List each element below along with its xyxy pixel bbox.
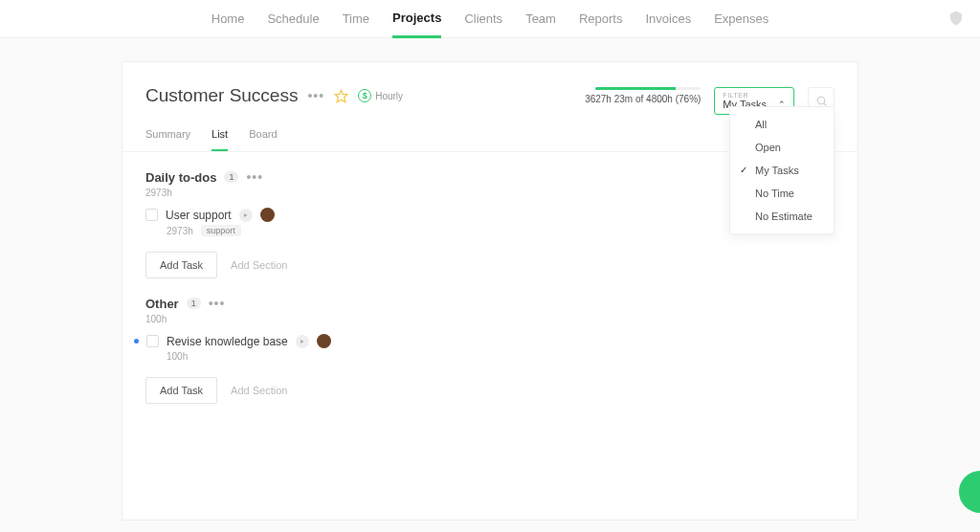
nav-home[interactable]: Home — [212, 1, 245, 36]
svg-marker-4 — [301, 340, 304, 344]
nav-clients[interactable]: Clients — [464, 1, 502, 36]
rate-type: Hourly — [375, 91, 403, 101]
nav-reports[interactable]: Reports — [579, 1, 623, 36]
svg-marker-3 — [244, 213, 248, 217]
add-task-button[interactable]: Add Task — [145, 377, 217, 404]
nav-team[interactable]: Team — [525, 1, 556, 36]
tab-board[interactable]: Board — [249, 128, 277, 151]
tab-list[interactable]: List — [212, 128, 228, 151]
progress-fill — [595, 87, 676, 90]
task-time: 100h — [167, 351, 188, 362]
task-tag: support — [201, 225, 241, 236]
tab-summary[interactable]: Summary — [145, 128, 190, 151]
section-count: 1 — [187, 298, 201, 309]
new-indicator-dot — [134, 339, 139, 344]
section-count: 1 — [224, 171, 238, 183]
nav-projects[interactable]: Projects — [392, 0, 441, 38]
section-title: Other — [145, 297, 179, 311]
task-name[interactable]: Revise knowledge base — [167, 335, 288, 348]
add-section-button[interactable]: Add Section — [231, 259, 287, 271]
section-title: Daily to-dos — [145, 170, 216, 185]
avatar[interactable] — [317, 334, 331, 348]
task-time: 2973h — [167, 226, 193, 236]
nav-expenses[interactable]: Expenses — [714, 1, 768, 36]
star-icon[interactable] — [334, 89, 348, 103]
filter-option-all[interactable]: All — [730, 113, 834, 136]
svg-marker-0 — [335, 90, 347, 102]
play-icon[interactable] — [296, 335, 309, 348]
nav-invoices[interactable]: Invoices — [645, 1, 691, 36]
project-card: Customer Success ••• $ Hourly 3627h 23m … — [122, 61, 858, 521]
avatar[interactable] — [260, 208, 275, 222]
dollar-icon: $ — [358, 89, 371, 102]
section-subtext: 100h — [145, 314, 835, 324]
filter-menu: All Open ✓My Tasks No Time No Estimate — [729, 106, 835, 234]
svg-point-1 — [817, 97, 825, 104]
section-menu-icon[interactable]: ••• — [209, 296, 226, 311]
filter-option-notime[interactable]: No Time — [730, 182, 834, 205]
add-section-button[interactable]: Add Section — [231, 385, 287, 396]
task-checkbox[interactable] — [146, 335, 159, 347]
filter-option-mytasks[interactable]: ✓My Tasks — [730, 159, 834, 182]
progress-logged: 3627h 23m — [585, 94, 633, 104]
nav-schedule[interactable]: Schedule — [267, 1, 319, 36]
progress-widget: 3627h 23m of 4800h (76%) — [585, 87, 701, 104]
progress-percent: (76%) — [676, 94, 702, 104]
rate-badge: $ Hourly — [358, 89, 403, 102]
filter-option-noestimate[interactable]: No Estimate — [730, 205, 834, 228]
add-task-button[interactable]: Add Task — [145, 252, 217, 278]
filter-option-open[interactable]: Open — [730, 136, 834, 159]
play-icon[interactable] — [239, 209, 253, 222]
svg-line-2 — [823, 102, 825, 104]
fab-add[interactable] — [959, 471, 980, 513]
nav-time[interactable]: Time — [343, 1, 369, 36]
section-other: Other 1 ••• 100h Revise knowledge base 1… — [122, 278, 858, 404]
project-title: Customer Success — [145, 85, 298, 106]
task-checkbox[interactable] — [145, 209, 158, 221]
more-menu-icon[interactable]: ••• — [307, 88, 324, 103]
task-row[interactable]: Revise knowledge base — [145, 324, 835, 348]
section-menu-icon[interactable]: ••• — [246, 169, 263, 185]
top-nav: Home Schedule Time Projects Clients Team… — [0, 0, 980, 38]
task-name[interactable]: User support — [166, 209, 232, 222]
progress-budget: 4800h — [646, 94, 673, 104]
bell-icon[interactable] — [947, 10, 965, 27]
filter-label: FILTER — [723, 92, 786, 99]
check-icon: ✓ — [740, 165, 747, 175]
